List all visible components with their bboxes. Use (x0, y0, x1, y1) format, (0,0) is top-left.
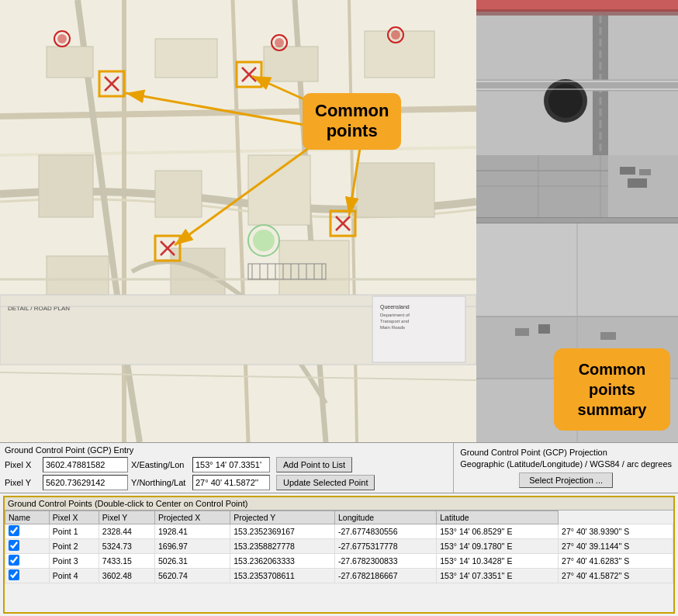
table-row[interactable]: Point 12328.441928.41153.2352369167-27.6… (5, 524, 673, 539)
cell-proj-x: 153.2353708611 (230, 569, 335, 583)
common-points-summary-label: Commonpointssummary (578, 361, 647, 418)
svg-point-21 (57, 34, 67, 43)
table-header-row: Name Pixel X Pixel Y Projected X Project… (5, 511, 673, 524)
map-svg: DETAIL / ROAD PLAN Queensland Department… (0, 0, 476, 442)
aerial-photo-bottom: Commonpointssummary (476, 223, 678, 442)
update-point-button[interactable]: Update Selected Point (276, 475, 375, 490)
col-pixel-y: Pixel Y (99, 511, 154, 524)
cell-lat: 27° 40' 39.1144'' S (559, 539, 673, 554)
col-proj-y: Projected Y (230, 511, 335, 524)
svg-rect-82 (639, 169, 651, 175)
cell-name: Point 1 (49, 524, 99, 539)
svg-rect-12 (248, 155, 310, 225)
pixel-y-row: Pixel Y Y/Northing/Lat Update Selected P… (5, 475, 448, 490)
cell-name: Point 2 (49, 539, 99, 554)
svg-rect-7 (155, 39, 217, 78)
col-lat: Latitude (437, 511, 559, 524)
cell-pixel-y: 5026.31 (154, 554, 230, 569)
main-container: DETAIL / ROAD PLAN Queensland Department… (0, 0, 678, 616)
table-row[interactable]: Point 37433.155026.31153.2362063333-27.6… (5, 554, 673, 569)
col-pixel-x: Pixel X (49, 511, 99, 524)
table-title: Ground Control Points (Double-click to C… (5, 497, 673, 510)
table-row[interactable]: Point 43602.485620.74153.2353708611-27.6… (5, 569, 673, 583)
cell-lon: 153° 14' 07.3351'' E (437, 569, 559, 583)
right-panel: Commonpointssummary (476, 0, 678, 442)
row-checkbox[interactable] (9, 569, 19, 580)
add-point-buttons: Add Point to List (276, 457, 352, 472)
svg-point-23 (275, 38, 284, 47)
cell-proj-y: -27.6782300833 (335, 554, 437, 569)
cell-proj-x: 153.2352369167 (230, 524, 335, 539)
svg-rect-92 (538, 324, 550, 334)
cell-name: Point 3 (49, 554, 99, 569)
gcp-table-container: Ground Control Points (Double-click to C… (3, 496, 675, 614)
update-point-buttons: Update Selected Point (276, 475, 375, 490)
gcp-entry-section: Ground Control Point (GCP) Entry Pixel X… (0, 443, 678, 493)
row-checkbox[interactable] (9, 555, 19, 566)
add-point-button[interactable]: Add Point to List (276, 457, 352, 472)
svg-rect-6 (47, 47, 93, 78)
svg-point-25 (391, 30, 400, 40)
svg-rect-8 (264, 47, 318, 81)
svg-text:Main Roads: Main Roads (380, 325, 405, 330)
cell-proj-y: -27.6782186667 (335, 569, 437, 583)
gcp-table[interactable]: Name Pixel X Pixel Y Projected X Project… (5, 510, 673, 583)
svg-rect-83 (628, 178, 647, 188)
common-points-tooltip: Commonpoints (303, 93, 401, 150)
gcp-projection-right: Ground Control Point (GCP) Projection Ge… (453, 443, 678, 493)
table-row[interactable]: Point 25324.731696.97153.2358827778-27.6… (5, 539, 673, 554)
row-checkbox[interactable] (9, 525, 19, 536)
svg-rect-9 (365, 31, 434, 78)
pixel-y-input[interactable] (43, 475, 128, 490)
aerial-top-svg (476, 0, 678, 217)
svg-point-27 (253, 230, 275, 251)
svg-rect-91 (515, 328, 529, 336)
gcp-projection-title: Ground Control Point (GCP) Projection (460, 448, 672, 457)
cell-pixel-y: 1696.97 (154, 539, 230, 554)
cell-pixel-y: 1928.41 (154, 524, 230, 539)
cell-name: Point 4 (49, 569, 99, 583)
cell-pixel-y: 5620.74 (154, 569, 230, 583)
pixel-x-label: Pixel X (5, 460, 40, 469)
pixel-x-input[interactable] (43, 457, 128, 472)
gcp-entry-left: Ground Control Point (GCP) Entry Pixel X… (0, 443, 453, 493)
col-proj-x: Projected X (154, 511, 230, 524)
select-projection-button[interactable]: Select Projection ... (519, 472, 613, 488)
svg-rect-10 (39, 155, 93, 217)
col-name: Name (5, 511, 50, 524)
cell-lat: 27° 40' 38.9390'' S (559, 524, 673, 539)
svg-text:DETAIL / ROAD PLAN: DETAIL / ROAD PLAN (8, 305, 70, 312)
svg-text:Department of: Department of (380, 313, 410, 317)
cell-proj-y: -27.6774830556 (335, 524, 437, 539)
map-area: DETAIL / ROAD PLAN Queensland Department… (0, 0, 476, 442)
right-panel-divider (476, 217, 678, 223)
y-northing-input[interactable] (192, 475, 270, 490)
svg-rect-93 (600, 332, 616, 340)
cell-lon: 153° 14' 06.8529'' E (437, 524, 559, 539)
svg-text:Queensland: Queensland (380, 304, 410, 310)
pixel-y-label: Pixel Y (5, 478, 40, 487)
svg-rect-81 (620, 167, 635, 175)
y-northing-label: Y/Northing/Lat (131, 478, 189, 487)
aerial-photo-top (476, 0, 678, 217)
cell-proj-x: 153.2362063333 (230, 554, 335, 569)
cell-pixel-x: 7433.15 (99, 554, 154, 569)
projection-label: Geographic (Latitude/Longitude) / WGS84 … (460, 459, 672, 469)
svg-rect-13 (357, 163, 434, 217)
x-easting-input[interactable] (192, 457, 270, 472)
pixel-x-row: Pixel X X/Easting/Lon Add Point to List (5, 457, 448, 472)
top-area: DETAIL / ROAD PLAN Queensland Department… (0, 0, 678, 442)
cell-lat: 27° 40' 41.6283'' S (559, 554, 673, 569)
row-checkbox[interactable] (9, 540, 19, 551)
svg-rect-66 (476, 9, 678, 16)
cell-proj-x: 153.2358827778 (230, 539, 335, 554)
svg-rect-11 (155, 171, 202, 217)
col-lon: Longitude (335, 511, 437, 524)
select-projection-container: Select Projection ... (460, 472, 672, 488)
cell-proj-y: -27.6775317778 (335, 539, 437, 554)
cell-pixel-x: 2328.44 (99, 524, 154, 539)
cell-pixel-x: 3602.48 (99, 569, 154, 583)
gcp-entry-title: Ground Control Point (GCP) Entry (5, 445, 448, 455)
common-points-summary: Commonpointssummary (554, 348, 670, 431)
cell-pixel-x: 5324.73 (99, 539, 154, 554)
